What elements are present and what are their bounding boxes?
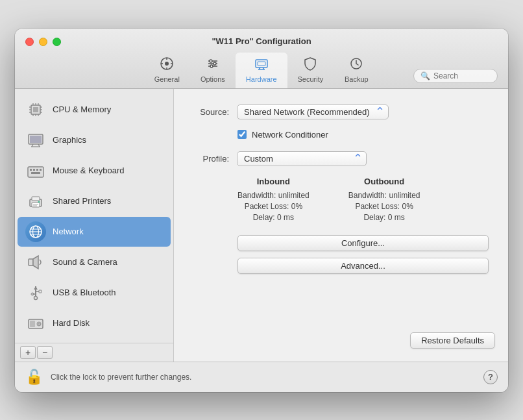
- options-toolbar-icon: [206, 56, 220, 74]
- network-icon: [25, 221, 46, 242]
- security-toolbar-label: Security: [298, 75, 324, 83]
- action-buttons: Configure... Advanced...: [237, 235, 489, 274]
- profile-select[interactable]: Custom100% Loss3GDSLHigh Latency: [237, 151, 367, 166]
- toolbar-item-general[interactable]: General: [144, 53, 190, 88]
- configure-button[interactable]: Configure...: [237, 235, 489, 251]
- svg-rect-38: [30, 169, 32, 171]
- outbound-bandwidth: Bandwidth: unlimited: [348, 191, 420, 200]
- sidebar-item-shared-printers[interactable]: Shared Printers: [18, 186, 171, 216]
- network-conditioner-checkbox[interactable]: [237, 130, 247, 139]
- lock-text: Click the lock to prevent further change…: [51, 373, 476, 382]
- profile-label: Profile:: [193, 154, 229, 164]
- sidebar-label-sound-camera: Sound & Camera: [53, 257, 117, 267]
- sidebar-item-network[interactable]: Network: [18, 217, 171, 247]
- network-conditioner-row: Network Conditioner: [237, 130, 489, 140]
- hardware-toolbar-icon: [254, 56, 269, 74]
- remove-sidebar-item-button[interactable]: −: [37, 346, 53, 359]
- sidebar-label-graphics: Graphics: [53, 135, 86, 145]
- sidebar-label-usb-bluetooth: USB & Bluetooth: [53, 288, 116, 297]
- svg-rect-59: [39, 290, 42, 293]
- inbound-delay: Delay: 0 ms: [237, 213, 310, 222]
- svg-point-10: [213, 62, 216, 65]
- svg-rect-33: [30, 136, 42, 143]
- inbound-packet-loss: Packet Loss: 0%: [237, 202, 310, 211]
- svg-rect-64: [30, 321, 35, 327]
- backup-toolbar-label: Backup: [345, 75, 369, 83]
- toolbar-item-hardware[interactable]: Hardware: [236, 53, 287, 88]
- sidebar-wrapper: CPU & MemoryGraphicsMouse & KeyboardShar…: [15, 89, 174, 362]
- svg-rect-16: [258, 62, 265, 66]
- backup-toolbar-icon: [349, 56, 363, 74]
- titlebar: "W11 Pro" Configuration GeneralOptionsHa…: [15, 29, 508, 89]
- svg-point-62: [34, 296, 38, 299]
- svg-point-9: [210, 60, 212, 62]
- source-select[interactable]: Shared Network (Recommended)Host-OnlyBri…: [237, 105, 389, 119]
- network-conditioner-label[interactable]: Network Conditioner: [252, 130, 328, 140]
- toolbar-item-backup[interactable]: Backup: [334, 53, 379, 88]
- svg-marker-55: [33, 256, 38, 269]
- hard-disk-icon: [25, 313, 46, 334]
- inbound-bandwidth: Bandwidth: unlimited: [237, 191, 310, 200]
- sidebar-label-network: Network: [53, 227, 84, 236]
- window-title: "W11 Pro" Configuration: [212, 36, 311, 46]
- security-toolbar-icon: [303, 56, 317, 74]
- search-container: 🔍: [413, 69, 498, 83]
- source-select-wrapper: Shared Network (Recommended)Host-OnlyBri…: [237, 105, 389, 119]
- svg-rect-39: [33, 169, 35, 171]
- minimize-button[interactable]: [39, 38, 47, 46]
- source-row: Source: Shared Network (Recommended)Host…: [193, 105, 489, 119]
- hardware-toolbar-label: Hardware: [246, 75, 277, 83]
- svg-marker-57: [34, 286, 38, 290]
- profile-row: Profile: Custom100% Loss3GDSLHigh Latenc…: [193, 151, 489, 166]
- help-button[interactable]: ?: [483, 370, 498, 384]
- inbound-header: Inbound: [237, 177, 310, 186]
- svg-rect-40: [36, 169, 38, 171]
- network-globe-icon: [25, 221, 46, 242]
- sidebar-label-hard-disk: Hard Disk: [53, 318, 90, 328]
- search-input[interactable]: [433, 71, 485, 80]
- add-sidebar-item-button[interactable]: +: [20, 346, 36, 359]
- sidebar-label-mouse-keyboard: Mouse & Keyboard: [53, 166, 125, 175]
- toolbar-item-options[interactable]: Options: [190, 53, 236, 88]
- sidebar-footer: + −: [15, 343, 174, 362]
- svg-point-46: [38, 201, 40, 203]
- toolbar-item-security[interactable]: Security: [287, 53, 334, 88]
- profile-select-wrapper: Custom100% Loss3GDSLHigh Latency ⌃: [237, 151, 367, 166]
- search-box[interactable]: 🔍: [413, 69, 498, 83]
- sidebar-label-cpu-memory: CPU & Memory: [53, 105, 111, 114]
- cpu-memory-icon: [25, 99, 46, 120]
- bottom-bar: 🔓 Click the lock to prevent further chan…: [15, 362, 508, 392]
- main-panel: Source: Shared Network (Recommended)Host…: [174, 89, 508, 362]
- network-table: Inbound Bandwidth: unlimited Packet Loss…: [237, 177, 489, 222]
- search-icon: 🔍: [420, 71, 430, 80]
- usb-bluetooth-icon: [25, 282, 46, 303]
- restore-defaults-container: Restore Defaults: [410, 332, 495, 349]
- sidebar-label-shared-printers: Shared Printers: [53, 196, 111, 206]
- source-label: Source:: [193, 107, 229, 117]
- outbound-header: Outbound: [348, 177, 420, 186]
- sidebar-item-graphics[interactable]: Graphics: [18, 125, 171, 155]
- svg-point-11: [210, 65, 213, 68]
- advanced-button[interactable]: Advanced...: [237, 258, 489, 274]
- shared-printers-icon: [25, 191, 46, 212]
- sidebar-item-mouse-keyboard[interactable]: Mouse & Keyboard: [18, 156, 171, 186]
- lock-icon[interactable]: 🔓: [25, 369, 43, 386]
- maximize-button[interactable]: [53, 38, 61, 46]
- svg-point-66: [38, 323, 40, 325]
- svg-rect-44: [32, 197, 40, 201]
- graphics-icon: [25, 130, 46, 151]
- svg-rect-54: [29, 259, 33, 266]
- sidebar-item-sound-camera[interactable]: Sound & Camera: [18, 247, 171, 277]
- outbound-packet-loss: Packet Loss: 0%: [348, 202, 420, 211]
- sidebar-item-hard-disk[interactable]: Hard Disk: [18, 308, 171, 338]
- mouse-keyboard-icon: [25, 160, 46, 181]
- options-toolbar-label: Options: [201, 75, 225, 83]
- svg-rect-42: [31, 172, 40, 174]
- close-button[interactable]: [25, 38, 34, 46]
- sidebar-item-cpu-memory[interactable]: CPU & Memory: [18, 95, 171, 125]
- outbound-col: Outbound Bandwidth: unlimited Packet Los…: [348, 177, 420, 222]
- outbound-delay: Delay: 0 ms: [348, 213, 420, 222]
- restore-defaults-button[interactable]: Restore Defaults: [410, 332, 495, 349]
- general-toolbar-icon: [160, 56, 174, 74]
- sidebar-item-usb-bluetooth[interactable]: USB & Bluetooth: [18, 278, 171, 308]
